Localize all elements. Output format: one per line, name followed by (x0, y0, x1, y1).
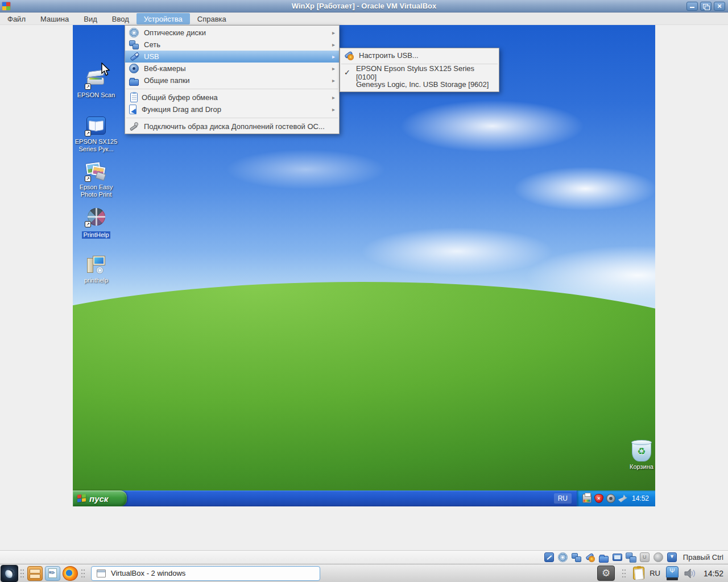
menu-item-shared-folders[interactable]: Общие папки▸ (125, 74, 339, 86)
menu-view[interactable]: Вид (76, 13, 105, 24)
host-key-label: Правый Ctrl (683, 553, 723, 562)
desktop-icon-printhelp-setup[interactable]: printhelp (74, 255, 118, 284)
host-clock: 14:52 (704, 569, 723, 578)
speaker-icon[interactable] (606, 494, 615, 503)
menu-help[interactable]: Справка (190, 13, 234, 24)
menu-machine[interactable]: Машина (33, 13, 76, 24)
network-icon (129, 40, 139, 49)
recording-icon[interactable] (626, 552, 636, 563)
host-system-tray: ⚙ RU 14:52 (597, 566, 728, 581)
shared-folders-icon (129, 79, 139, 86)
network-adapters-icon[interactable] (572, 552, 581, 562)
menu-item-usb[interactable]: USB▸ (125, 51, 339, 63)
desktop-icon-recycle-bin[interactable]: ♻ Корзина (613, 441, 655, 470)
panel-separator (622, 568, 626, 579)
windows-flag-icon (77, 494, 86, 503)
minimize-button[interactable] (686, 2, 698, 11)
epson-manual-icon (85, 116, 107, 136)
usb-icon (129, 52, 139, 61)
desktop-icon-printhelp[interactable]: PrintHelp (74, 207, 118, 239)
drag-and-drop-icon (129, 105, 136, 114)
usb-devices-icon[interactable] (585, 552, 595, 562)
text-editor-icon[interactable] (45, 566, 60, 581)
shared-folders-icon[interactable] (599, 556, 609, 563)
menu-item-optical-disks[interactable]: Оптические диски▸ (125, 27, 339, 39)
shortcut-arrow-icon (85, 130, 91, 136)
window-title: WinXp [Работает] - Oracle VM VirtualBox (0, 2, 728, 10)
firefox-icon[interactable] (63, 566, 78, 581)
features-icon[interactable]: U (640, 552, 650, 562)
usb-submenu: Настроить USB... ✓ EPSON Epson Stylus SX… (340, 48, 499, 92)
vbox-statusbar: U Правый Ctrl (0, 550, 728, 564)
app-menu-icon[interactable] (1, 565, 18, 582)
host-language-indicator[interactable]: RU (650, 569, 660, 577)
clipboard-icon (130, 93, 138, 102)
hard-disks-icon[interactable] (544, 552, 554, 562)
epson-photo-print-icon (85, 161, 107, 182)
usb-settings-icon (344, 51, 354, 60)
menu-item-webcams[interactable]: Веб-камеры▸ (125, 63, 339, 74)
vbox-titlebar: WinXp [Работает] - Oracle VM VirtualBox (0, 0, 728, 13)
webcam-icon (129, 64, 139, 73)
devices-menu: Оптические диски▸ Сеть▸ USB▸ Веб-камеры▸… (125, 25, 340, 134)
panel-separator (81, 568, 85, 579)
shortcut-arrow-icon (85, 221, 91, 227)
security-alert-shield-icon[interactable] (594, 494, 603, 503)
wallpaper-hill (73, 266, 655, 506)
printer-status-icon[interactable] (582, 494, 592, 503)
guest-language-indicator[interactable]: RU (554, 493, 572, 504)
desktop-icon-epson-manual[interactable]: EPSON SX125 Series Рук... (74, 116, 118, 153)
file-manager-icon[interactable] (27, 566, 43, 581)
settings-gear-icon[interactable]: ⚙ (597, 566, 615, 581)
menu-item-shared-clipboard[interactable]: Общий буфер обмена▸ (125, 92, 339, 103)
optical-disc-icon (129, 28, 139, 38)
menu-item-network[interactable]: Сеть▸ (125, 39, 339, 51)
mouse-cursor (101, 63, 112, 77)
check-icon: ✓ (344, 68, 356, 77)
guest-system-tray: 14:52 (577, 490, 655, 506)
printhelp-wheel-icon (85, 207, 107, 227)
selected-icon-label: PrintHelp (82, 231, 110, 239)
volume-icon[interactable] (684, 568, 697, 579)
taskbar-window-button[interactable]: VirtualBox - 2 windows (91, 566, 320, 581)
menu-file[interactable]: Файл (0, 13, 33, 24)
menu-item-usb-device-epson[interactable]: ✓ EPSON Epson Stylus SX125 Series [0100] (340, 66, 499, 78)
guest-additions-icon (129, 122, 139, 131)
printhelp-setup-icon (85, 255, 107, 275)
panel-separator (20, 568, 24, 579)
window-icon (97, 569, 106, 577)
guest-clock: 14:52 (632, 494, 649, 502)
menu-input[interactable]: Ввод (105, 13, 136, 24)
clipboard-manager-icon[interactable] (633, 567, 644, 580)
recycle-bin-icon: ♻ (632, 441, 651, 462)
menu-item-insert-guest-additions[interactable]: Подключить образ диска Дополнений гостев… (125, 120, 339, 132)
desktop-icon-epson-photo-print[interactable]: Epson Easy Photo Print (74, 161, 118, 198)
close-button[interactable] (714, 2, 725, 11)
guest-taskbar: пуск RU 14:52 (73, 490, 655, 506)
menu-item-drag-and-drop[interactable]: Функция Drag and Drop▸ (125, 103, 339, 115)
start-button[interactable]: пуск (73, 490, 127, 506)
host-taskbar: VirtualBox - 2 windows ⚙ RU 14:52 (0, 564, 728, 582)
menu-devices[interactable]: Устройства (136, 13, 190, 24)
restore-button[interactable] (700, 2, 712, 11)
shortcut-arrow-icon (85, 176, 91, 182)
shortcut-arrow-icon (85, 84, 91, 90)
menu-item-usb-device-genesys[interactable]: Genesys Logic, Inc. USB Storage [9602] (340, 78, 499, 90)
menu-separator (126, 118, 338, 118)
mouse-integration-icon[interactable] (653, 552, 663, 562)
menu-item-usb-settings[interactable]: Настроить USB... (340, 49, 499, 61)
epson-monitor-icon[interactable] (618, 494, 627, 503)
statusbar-menu-icon[interactable] (667, 552, 677, 562)
menu-separator (126, 89, 338, 89)
display-icon[interactable] (613, 554, 622, 561)
vbox-menubar: Файл Машина Вид Ввод Устройства Справка (0, 13, 728, 25)
optical-drives-icon[interactable] (558, 552, 568, 562)
usb-drive-icon[interactable] (665, 566, 679, 581)
